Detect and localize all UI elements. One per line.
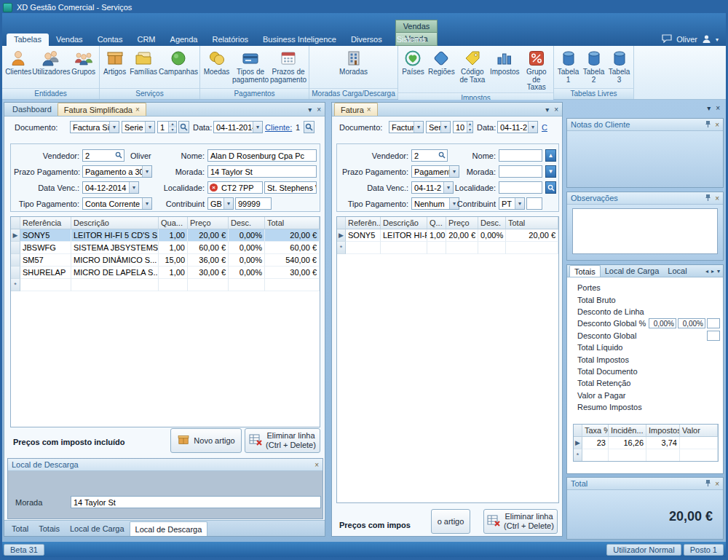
ribbon-item-tabela-3[interactable]: Tabela 3: [607, 48, 631, 84]
tab-contas[interactable]: Contas: [90, 33, 130, 46]
data-picker[interactable]: 04-11-2014▾: [213, 121, 263, 133]
ribbon-item-regioes[interactable]: Regiões: [427, 48, 456, 77]
ribbon-item-moedas[interactable]: Moedas: [202, 48, 231, 77]
totais-row-total-liquido[interactable]: Total Líquido: [567, 342, 723, 353]
ribbon-item-utilizadores[interactable]: Utilizadores: [33, 48, 68, 77]
scroll-up-button[interactable]: ▲: [545, 149, 556, 162]
bottom-tab-total[interactable]: Total: [7, 521, 33, 536]
desconto-global-pct-input-1[interactable]: 0,00%: [649, 318, 676, 328]
cliente-search-button[interactable]: [304, 121, 314, 133]
nome-input[interactable]: [499, 149, 542, 162]
dock-close-icon[interactable]: ×: [716, 104, 720, 112]
serie-combo[interactable]: Ser▾: [426, 121, 451, 133]
totais-tab-totais[interactable]: Totais: [569, 265, 601, 277]
descarga-morada-input[interactable]: 14 Taylor St: [71, 496, 321, 508]
chat-icon[interactable]: [662, 34, 672, 44]
morada-input[interactable]: 14 Taylor St: [207, 165, 317, 178]
serie-combo[interactable]: Serie 1▾: [122, 121, 155, 133]
tab-fatura-simplificada[interactable]: Fatura Simplificada ×: [58, 103, 146, 116]
contribuinte-input[interactable]: 99999: [235, 197, 272, 210]
tab-dashboard[interactable]: Dashboard: [7, 103, 58, 116]
spin-up-icon[interactable]: ▴: [169, 122, 176, 127]
quick-menu-vendas[interactable]: Vendas: [395, 20, 438, 33]
totais-row-portes[interactable]: Portes: [567, 282, 723, 293]
ribbon-item-impostos[interactable]: Impostos: [489, 48, 521, 77]
tab-scroll-right-icon[interactable]: ▸: [711, 268, 714, 275]
tipo-pagamento-combo[interactable]: Conta Corrente▾: [82, 197, 152, 210]
localidade-search-button[interactable]: [545, 181, 556, 194]
col-descricao[interactable]: Descrição: [381, 217, 427, 229]
scroll-down-button[interactable]: ▼: [545, 165, 556, 178]
dropdown-icon[interactable]: ▾: [145, 122, 154, 133]
col-desconto[interactable]: Desc.: [229, 217, 265, 229]
dropdown-icon[interactable]: ▾: [129, 182, 138, 193]
vendedor-input[interactable]: 2: [82, 149, 124, 162]
documento-tipo-combo[interactable]: Factura Sin▾: [70, 121, 119, 133]
pin-icon[interactable]: [705, 120, 711, 130]
desconto-global-pct-input-3[interactable]: [707, 318, 720, 328]
totais-tab-local-carga[interactable]: Local de Carga: [601, 265, 664, 277]
col-total[interactable]: Total: [506, 217, 558, 229]
panel-close-icon[interactable]: ×: [554, 106, 558, 114]
totais-row-valor-pagar[interactable]: Valor a Pagar: [567, 390, 723, 401]
totais-tab-local[interactable]: Local: [663, 265, 691, 277]
new-row[interactable]: *: [11, 279, 320, 291]
tab-scroll-left-icon[interactable]: ◂: [705, 268, 708, 275]
codigo-postal-input[interactable]: ×CT2 7PP: [207, 181, 263, 194]
tab-crm[interactable]: CRM: [130, 33, 162, 46]
localidade-input[interactable]: St. Stephens W: [264, 181, 317, 194]
panel-menu-icon[interactable]: ▾: [308, 106, 312, 114]
novo-artigo-button[interactable]: o artigo: [431, 509, 470, 534]
close-tab-icon[interactable]: ×: [135, 106, 140, 114]
totais-row-total-bruto[interactable]: Total Bruto: [567, 293, 723, 305]
totais-row-total-impostos[interactable]: Total Impostos: [567, 353, 723, 365]
col-impostos[interactable]: Impostos: [646, 425, 680, 437]
morada-input[interactable]: [499, 165, 542, 178]
totais-row-total-retencao[interactable]: Total Retenção: [567, 377, 723, 389]
ribbon-item-artigos[interactable]: Artigos: [102, 48, 127, 77]
panel-close-icon[interactable]: ×: [715, 480, 719, 488]
totais-row-desconto-global-pct[interactable]: Desconto Global % 0,00% 0,00%: [567, 318, 723, 329]
magnifier-icon[interactable]: [115, 151, 124, 160]
col-descricao[interactable]: Descrição: [71, 217, 159, 229]
table-row[interactable]: ▶ 23 16,26 3,74: [574, 437, 718, 449]
dropdown-icon[interactable]: ▾: [142, 166, 151, 177]
ribbon-item-tabela-1[interactable]: Tabela 1: [556, 48, 580, 84]
eliminar-linha-button[interactable]: Eliminar linha(Ctrl + Delete): [245, 428, 320, 453]
new-row[interactable]: *: [574, 449, 718, 462]
tab-business-inteligence[interactable]: Business Inteligence: [256, 33, 344, 46]
dock-menu-icon[interactable]: ▾: [707, 104, 711, 112]
data-venc-picker[interactable]: 04-12-2014▾: [82, 181, 139, 194]
prazo-combo[interactable]: Pagamento a 30 dias▾: [82, 165, 152, 178]
dropdown-icon[interactable]: ▾: [142, 198, 151, 209]
spin-down-icon[interactable]: ▾: [169, 127, 176, 133]
bottom-tab-local-carga[interactable]: Local de Carga: [65, 521, 130, 536]
eliminar-linha-button[interactable]: Eliminar linha(Ctrl + Delete): [483, 509, 558, 534]
tab-relatorios[interactable]: Relatórios: [205, 33, 256, 46]
panel-close-icon[interactable]: ×: [314, 461, 319, 469]
cliente-link[interactable]: Cliente:: [265, 123, 292, 132]
ribbon-item-prazos-pagamento[interactable]: Prazos de pagamento: [270, 48, 306, 84]
ribbon-item-paises[interactable]: Países: [400, 48, 426, 77]
panel-menu-icon[interactable]: ▾: [545, 106, 549, 114]
totais-row-desconto-linha[interactable]: Desconto de Linha: [567, 306, 723, 318]
pais-combo[interactable]: GB▾: [207, 197, 234, 210]
dropdown-icon[interactable]: ▾: [440, 122, 450, 133]
documento-numero-spinner[interactable]: 10▴▾: [453, 121, 473, 133]
panel-close-icon[interactable]: ×: [715, 194, 719, 202]
table-row[interactable]: JBSWFG SISTEMA JBSYSTEMS... 1,00 60,00 €…: [11, 242, 320, 254]
data-venc-picker[interactable]: 04-11-2▾: [411, 181, 454, 194]
user-icon[interactable]: [702, 34, 711, 45]
tab-agenda[interactable]: Agenda: [163, 33, 205, 46]
observacoes-textarea[interactable]: [572, 208, 718, 254]
contribuinte-input[interactable]: [526, 197, 542, 210]
tab-list-icon[interactable]: ▾: [717, 268, 720, 275]
cliente-link[interactable]: C: [542, 123, 547, 132]
desconto-global-input[interactable]: [707, 331, 720, 341]
col-desconto[interactable]: Desc.: [478, 217, 506, 229]
col-referencia[interactable]: Referên...: [346, 217, 381, 229]
ribbon-item-codigo-taxa[interactable]: Código de Taxa: [457, 48, 488, 84]
table-row[interactable]: ▶ SONY5 LEITOR HI-FI 5 CD'S S... 1,00 20…: [11, 229, 320, 242]
dropdown-icon[interactable]: ▾: [223, 198, 233, 209]
tab-tabelas[interactable]: Tabelas: [7, 33, 49, 46]
